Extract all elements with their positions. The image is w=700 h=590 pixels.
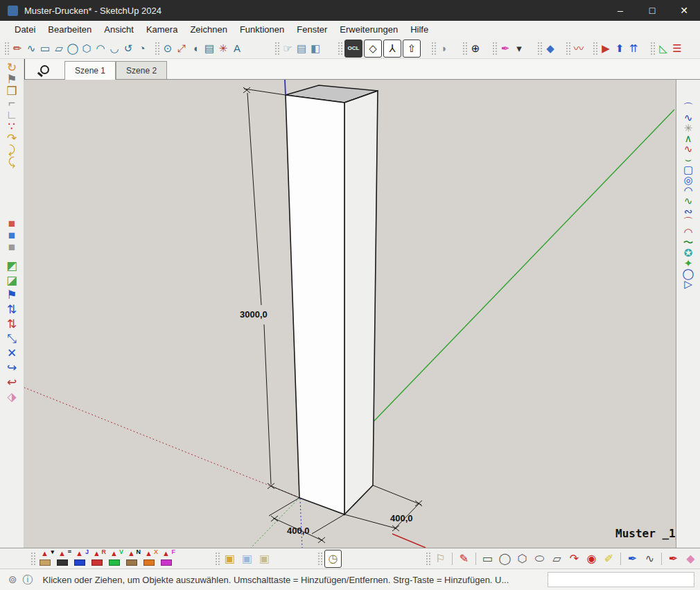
surface-flag-tool[interactable]: ⚐ xyxy=(432,550,449,568)
menu-datei[interactable]: Datei xyxy=(8,22,42,37)
fredo-scale-tool[interactable]: ✒ xyxy=(498,40,512,57)
green-blue-tile-tool[interactable]: ◪ xyxy=(3,275,21,286)
tag-f-tool[interactable]: ▲F xyxy=(158,550,175,568)
select-hand-tool[interactable]: ☞ xyxy=(281,40,295,57)
surface-ellipse-tool[interactable]: ⬭ xyxy=(531,550,548,568)
pie-tool[interactable]: ◔ xyxy=(135,40,149,57)
red-cube-tool[interactable]: ■ xyxy=(3,218,21,229)
updown-arrows-tool[interactable]: ⇅ xyxy=(3,304,21,315)
entity-info-button[interactable]: ▤ xyxy=(295,40,308,57)
rounded-rect-tool[interactable]: ▢ xyxy=(679,164,697,175)
tag-v-tool[interactable]: ▲V xyxy=(106,550,123,568)
scene-tab-1[interactable]: Szene 1 xyxy=(64,61,116,80)
set-square-tool[interactable]: ◺ xyxy=(656,40,670,57)
menu-bearbeiten[interactable]: Bearbeiten xyxy=(42,22,98,37)
export-button[interactable]: ⇧ xyxy=(403,40,421,58)
tag-main-tool[interactable]: ▲▾ xyxy=(37,550,54,568)
double-up-tool[interactable]: ⇈ xyxy=(627,40,640,57)
surface-circle-tool[interactable]: ◯ xyxy=(496,550,514,568)
scene-tab-2[interactable]: Szene 2 xyxy=(116,61,167,79)
blue-box-tool[interactable]: ▣ xyxy=(238,550,256,568)
tag-x-tool[interactable]: ▲X xyxy=(141,550,158,568)
circle-tool[interactable]: ◯ xyxy=(66,40,80,57)
zigzag-green-tool[interactable]: ∿ xyxy=(679,196,697,206)
axes-tool[interactable]: ✳ xyxy=(216,40,230,57)
loop-triangle-tool[interactable]: ▷ xyxy=(679,279,697,289)
tag-j-tool[interactable]: ▲J xyxy=(71,550,89,568)
toolbar-grip[interactable] xyxy=(215,552,220,566)
spring-tool[interactable]: 〰 xyxy=(572,40,586,57)
toolbar-grip[interactable] xyxy=(4,42,9,55)
panel-up-tool[interactable]: ⬆ xyxy=(613,40,627,57)
menu-fenster[interactable]: Fenster xyxy=(290,22,333,37)
blue-cube-tool[interactable]: ■ xyxy=(3,229,21,241)
surface-marker-tool[interactable]: ✐ xyxy=(600,550,618,568)
paint-style-button[interactable]: ◇ xyxy=(364,40,382,58)
red-arrows-tool[interactable]: ⇅ xyxy=(3,318,21,330)
model-box[interactable] xyxy=(286,85,378,514)
protractor-tool[interactable]: ◖ xyxy=(189,40,202,57)
surface-pen-blue-tool[interactable]: ✒ xyxy=(624,550,641,568)
three-point-arc-tool[interactable]: ↺ xyxy=(121,40,135,57)
arc-tool[interactable]: ◠ xyxy=(94,40,107,57)
arc-red-tool[interactable]: ◠ xyxy=(679,227,697,237)
red-menu-button[interactable]: ☰ xyxy=(670,40,684,57)
blue-flag-tile-tool[interactable]: ⚑ xyxy=(3,289,21,301)
globe-tool[interactable]: ⊕ xyxy=(469,40,482,57)
toolbar-grip[interactable] xyxy=(462,42,467,55)
cross-tile-tool[interactable]: ✕ xyxy=(3,347,21,359)
solid-box-tool[interactable]: ◆ xyxy=(543,40,557,57)
polygon-tool[interactable]: ⬡ xyxy=(80,40,94,57)
tag-r-tool[interactable]: ▲R xyxy=(89,550,106,568)
surface-parallelogram-tool[interactable]: ▱ xyxy=(548,550,566,568)
search-magnifier-icon[interactable] xyxy=(40,65,49,74)
follow-curve-tool[interactable]: ↻ xyxy=(3,62,21,73)
surface-rect-tool[interactable]: ▭ xyxy=(479,550,496,568)
measurements-input[interactable] xyxy=(548,572,694,587)
surface-pencil-tool[interactable]: ✎ xyxy=(455,550,473,568)
tag-n-tool[interactable]: ▲N xyxy=(123,550,141,568)
geolocation-status-icon[interactable]: ⊚ xyxy=(8,573,17,587)
yellow-curve-blue-tool[interactable]: ⤹ xyxy=(3,156,21,168)
rectangle-tool[interactable]: ▭ xyxy=(38,40,52,57)
elbow-tool[interactable]: ∟ xyxy=(3,109,21,121)
surface-eraser-tool[interactable]: ◆ xyxy=(682,550,699,568)
gray-cube-tool[interactable]: ■ xyxy=(3,241,21,253)
menu-erweiterungen[interactable]: Erweiterungen xyxy=(333,22,404,37)
push-arrow-tool[interactable]: ▶ xyxy=(599,40,613,57)
diagonal-arrow-tool[interactable]: ⤡ xyxy=(3,333,21,345)
green-arrow-tile-tool[interactable]: ◩ xyxy=(3,260,21,272)
bezier-w-tool[interactable]: ∧ xyxy=(679,133,697,144)
wood-block-tool[interactable]: ❒ xyxy=(3,85,21,97)
rotated-rectangle-tool[interactable]: ▱ xyxy=(52,40,66,57)
curve-red-tool[interactable]: ⌒ xyxy=(679,216,697,227)
freehand-tool[interactable]: ∿ xyxy=(24,40,38,57)
loop-shape-tool[interactable]: ◯ xyxy=(679,268,697,279)
toolbar-grip[interactable] xyxy=(593,42,597,55)
menu-zeichnen[interactable]: Zeichnen xyxy=(184,22,233,37)
menu-hilfe[interactable]: Hilfe xyxy=(404,22,435,37)
surface-squiggle-tool[interactable]: ∿ xyxy=(641,550,658,568)
toolbar-grip[interactable] xyxy=(492,42,497,55)
two-point-arc-tool[interactable]: ◡ xyxy=(107,40,121,57)
dimension-tool[interactable]: ⤢ xyxy=(175,40,189,57)
yellow-curve-tool[interactable]: ↷ xyxy=(3,132,21,144)
minimize-button[interactable]: – xyxy=(604,0,636,21)
curl-blue-tool[interactable]: ↪ xyxy=(3,362,21,374)
tag-equal-tool[interactable]: ▲= xyxy=(54,550,71,568)
toolbar-grip[interactable] xyxy=(537,42,542,55)
spray-tool[interactable]: ✳ xyxy=(679,123,697,133)
bezier-n-tool[interactable]: ∿ xyxy=(679,112,697,123)
menu-funktionen[interactable]: Funktionen xyxy=(234,22,290,37)
maximize-button[interactable]: □ xyxy=(636,0,668,21)
yellow-curve-x-tool[interactable]: ⤸ xyxy=(3,144,21,156)
close-button[interactable]: ✕ xyxy=(668,0,700,21)
shell-tool[interactable]: ◗ xyxy=(437,40,451,57)
bezier-s-tool[interactable]: ∿ xyxy=(679,144,697,154)
3d-text-tool[interactable]: A xyxy=(230,40,244,57)
tape-measure-tool[interactable]: ⊙ xyxy=(161,40,175,57)
flag-tool[interactable]: ⚑ xyxy=(3,73,21,85)
bezier-u-tool[interactable]: ⌣ xyxy=(679,154,697,164)
bezier-arc-tool[interactable]: ⌒ xyxy=(679,102,697,112)
wrench-tool[interactable]: ✦ xyxy=(679,258,697,268)
